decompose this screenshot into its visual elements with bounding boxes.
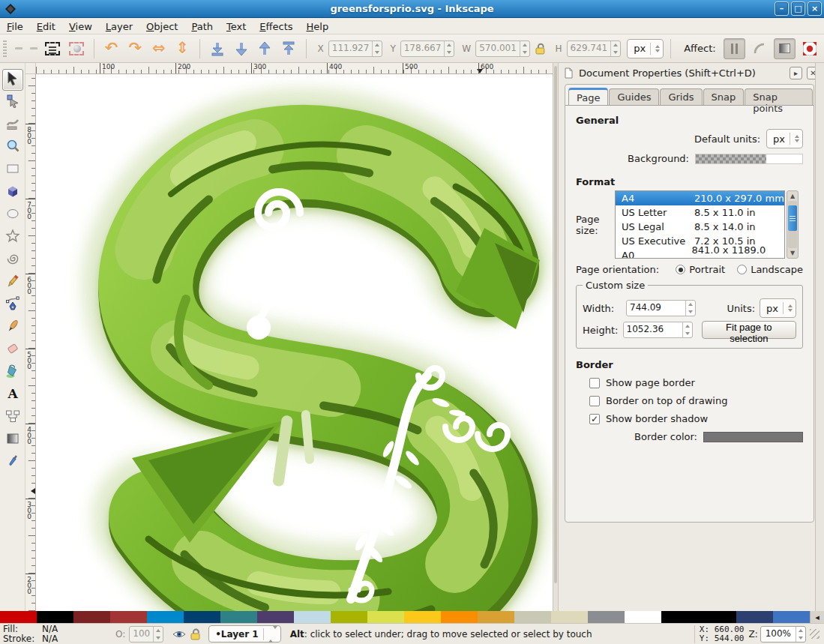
tool-spiral[interactable] [2, 249, 23, 271]
palette-swatch[interactable] [257, 611, 294, 623]
palette-swatch[interactable] [404, 611, 441, 623]
page-size-list[interactable]: A4210.0 x 297.0 mmUS Letter8.5 x 11.0 in… [615, 190, 785, 259]
scroll-down-icon[interactable]: ▼ [787, 248, 798, 258]
menu-item-path[interactable]: Path [184, 19, 220, 34]
raise-to-top-button[interactable] [278, 38, 299, 59]
height-field[interactable]: 1052.36 [623, 322, 693, 338]
palette-swatch[interactable] [147, 611, 184, 623]
minimize-button[interactable]: – [775, 1, 789, 16]
page-size-row[interactable]: US Letter8.5 x 11.0 in [616, 205, 784, 220]
panel-expand-button[interactable]: ▸ [790, 67, 802, 79]
toolbar-grip[interactable] [3, 40, 7, 57]
flip-horizontal-button[interactable]: ⇔ [148, 38, 169, 59]
y-field[interactable]: 178.667 [400, 40, 455, 57]
portrait-radio[interactable] [676, 265, 685, 274]
layer-selector[interactable]: •Layer 1 [208, 625, 280, 643]
palette-swatch[interactable] [625, 611, 661, 623]
layer-visibility-eye-icon[interactable] [172, 627, 187, 642]
tool-tweak[interactable] [2, 114, 23, 136]
palette-swatch[interactable] [514, 611, 551, 623]
affect-pattern-toggle[interactable] [799, 38, 821, 59]
layer-lock-icon[interactable] [188, 627, 203, 642]
page-size-scrollbar[interactable]: ▲ ▼ [787, 190, 799, 259]
flip-vertical-button[interactable]: ⇕ [172, 38, 193, 59]
page-size-row[interactable]: A0841.0 x 1189.0 mm [616, 248, 784, 259]
palette-swatch[interactable] [0, 611, 37, 623]
affect-move-gradients-toggle[interactable] [724, 38, 746, 59]
palette-swatch[interactable] [37, 611, 73, 623]
palette-swatch[interactable] [331, 611, 367, 623]
tool-text[interactable]: A [2, 384, 23, 406]
h-field[interactable]: 629.741 [567, 40, 622, 57]
width-field[interactable]: 744.09 [626, 300, 696, 316]
vertical-ruler[interactable]: 800700600500400300200 [25, 74, 36, 611]
tool-calligraphy[interactable] [2, 316, 23, 338]
tool-selector[interactable] [2, 69, 23, 91]
tab-page[interactable]: Page [568, 88, 608, 105]
palette-swatch[interactable] [184, 611, 220, 623]
palette-swatch[interactable] [478, 611, 514, 623]
page-size-row[interactable]: A4210.0 x 297.0 mm [616, 191, 784, 205]
maximize-button[interactable]: □ [791, 1, 805, 16]
close-button[interactable]: × [808, 1, 822, 16]
custom-units-combo[interactable]: px [760, 298, 796, 318]
affect-corners-toggle[interactable] [748, 38, 771, 59]
tool-eraser[interactable] [2, 339, 23, 361]
deselect-button[interactable] [66, 38, 87, 59]
tool-ellipse[interactable] [2, 204, 23, 226]
horizontal-ruler[interactable]: 100200300400500600 [36, 63, 553, 74]
palette-swatch[interactable] [73, 611, 110, 623]
affect-gradient-toggle[interactable] [774, 38, 796, 59]
tool-3d-box[interactable] [2, 181, 23, 203]
scrollbar-thumb[interactable] [788, 205, 797, 231]
tool-rectangle[interactable] [2, 159, 23, 181]
palette-swatch[interactable] [551, 611, 588, 623]
palette-swatch[interactable] [588, 611, 625, 623]
raise-button[interactable] [254, 38, 275, 59]
select-all-button[interactable] [43, 38, 64, 59]
x-field[interactable]: 111.927 [328, 40, 383, 57]
palette-swatch[interactable] [736, 611, 773, 623]
landscape-radio[interactable] [737, 265, 747, 274]
menu-item-file[interactable]: File [0, 19, 30, 34]
page-size-row[interactable]: US Legal8.5 x 14.0 in [616, 220, 784, 234]
lower-button[interactable] [231, 38, 252, 59]
palette-swatch[interactable] [367, 611, 404, 623]
menu-item-object[interactable]: Object [139, 19, 184, 34]
tab-snap[interactable]: Snap [703, 88, 745, 106]
tool-star[interactable] [2, 226, 23, 248]
palette-scroll-left-icon[interactable]: ◂ [810, 611, 824, 623]
scroll-up-icon[interactable]: ▲ [787, 191, 798, 201]
tab-grids[interactable]: Grids [660, 88, 702, 106]
palette-swatch[interactable] [110, 611, 147, 623]
background-color-swatch[interactable] [695, 154, 803, 164]
w-field[interactable]: 570.001 [475, 40, 530, 57]
tab-snap-points[interactable]: Snap points [745, 88, 813, 106]
tab-guides[interactable]: Guides [609, 88, 659, 106]
tool-bezier-pen[interactable] [2, 294, 23, 316]
palette-swatch[interactable] [441, 611, 478, 623]
checkbox-show-page-border[interactable] [589, 378, 600, 388]
window-resize-grip[interactable] [810, 629, 820, 639]
tool-pencil[interactable] [2, 271, 23, 293]
checkbox-border-on-top-of-drawing[interactable] [589, 396, 600, 406]
menu-item-help[interactable]: Help [300, 19, 336, 34]
tool-zoom[interactable] [2, 136, 23, 158]
tool-node-editor[interactable] [2, 91, 23, 113]
zoom-field[interactable]: 100% [760, 626, 806, 643]
canvas[interactable] [36, 74, 553, 611]
tool-paint-bucket[interactable] [2, 361, 23, 383]
stroke-value[interactable]: N/A [42, 634, 111, 644]
fit-page-button[interactable]: Fit page to selection [702, 321, 796, 339]
menu-item-layer[interactable]: Layer [99, 19, 139, 34]
lock-ratio-icon[interactable] [533, 41, 548, 56]
checkbox-show-border-shadow[interactable]: ✓ [589, 414, 600, 424]
opacity-field[interactable]: 100 [129, 626, 163, 643]
units-combo[interactable]: px [627, 39, 664, 58]
default-units-combo[interactable]: px [766, 129, 803, 148]
lower-to-bottom-button[interactable] [207, 38, 228, 59]
palette-swatch[interactable] [773, 611, 810, 623]
tool-connector[interactable] [2, 406, 23, 428]
fill-value[interactable]: N/A [42, 625, 111, 634]
menu-item-text[interactable]: Text [220, 19, 253, 34]
